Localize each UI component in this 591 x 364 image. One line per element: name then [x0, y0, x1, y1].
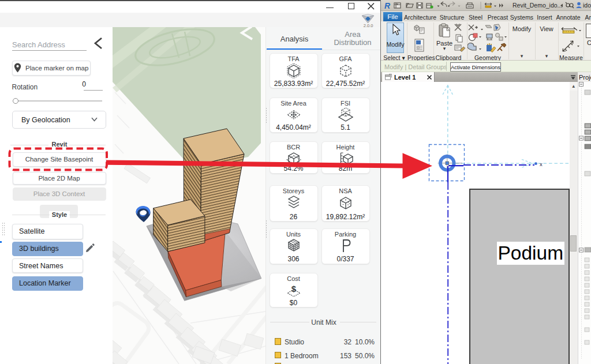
svg-text:$: $ [291, 284, 296, 294]
svg-text:idoY: idoY [583, 2, 591, 9]
svg-text:x: x [540, 161, 543, 167]
svg-text:Revit_Demo_ido...: Revit_Demo_ido... [513, 2, 562, 9]
